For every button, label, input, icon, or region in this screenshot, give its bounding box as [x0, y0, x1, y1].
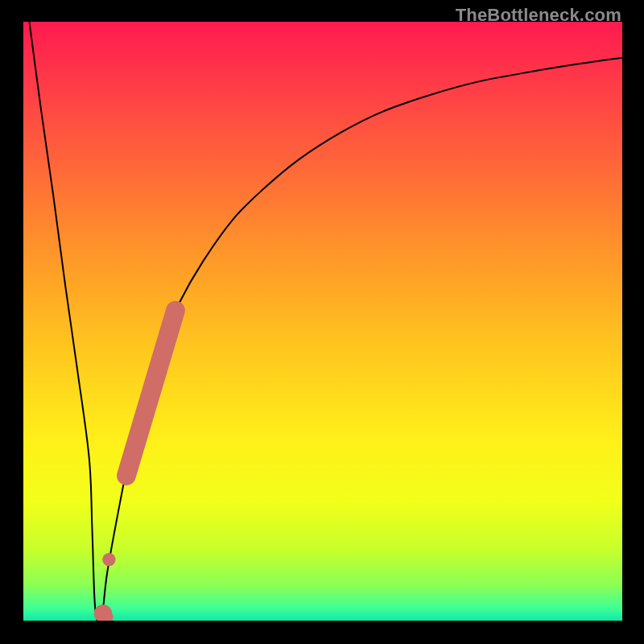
marker-dot [102, 553, 115, 566]
curve-layer [23, 22, 622, 621]
chart-stage: TheBottleneck.com [0, 0, 644, 644]
bottleneck-curve [29, 22, 622, 621]
marker-segment [126, 311, 175, 476]
plot-area [23, 22, 622, 621]
